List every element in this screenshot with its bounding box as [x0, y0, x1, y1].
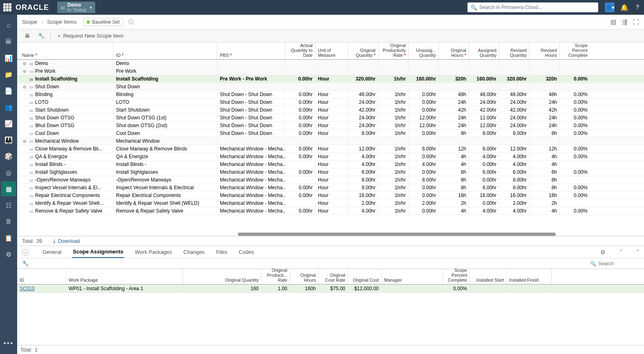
- layout-icon[interactable]: ▤: [610, 18, 616, 26]
- assignment-id-link[interactable]: SC010: [20, 286, 35, 291]
- col-unassigned-qty[interactable]: Unassig... Quantity: [409, 43, 439, 59]
- nav-files[interactable]: 📁: [1, 67, 16, 82]
- expander-icon[interactable]: ⊖: [22, 69, 27, 74]
- gear-icon[interactable]: ⚙: [35, 123, 39, 128]
- table-row[interactable]: ⚏Identify & Repair Vessel Shell...Identi…: [17, 199, 644, 207]
- user-menu[interactable]: 👤▾: [605, 2, 615, 12]
- col-scope-pct[interactable]: Scope Percent Complete: [560, 43, 590, 59]
- share-icon[interactable]: ⇶: [622, 18, 627, 26]
- nav-tasks[interactable]: ☷: [1, 198, 16, 213]
- table-row[interactable]: ⊖▭Shut DownShut Down: [17, 83, 644, 91]
- col-name[interactable]: Name: [17, 43, 114, 59]
- table-row[interactable]: ⚏Shut Down OTSGShut Down OTSG (1st)Shut …: [17, 114, 644, 122]
- dcol-orig-cost-rate[interactable]: Original Cost Rate: [319, 269, 348, 284]
- dcol-orig-cost[interactable]: Original Cost: [348, 269, 382, 284]
- fullscreen-icon[interactable]: ⛶: [633, 18, 639, 26]
- help-icon[interactable]: ？: [634, 3, 641, 12]
- nav-scope[interactable]: ▦: [1, 181, 16, 196]
- detail-search-input[interactable]: [598, 261, 639, 267]
- app-switcher-icon[interactable]: [3, 3, 11, 11]
- table-row[interactable]: ⚏Repair Electrical ComponentsRepair Elec…: [17, 192, 644, 199]
- table-row[interactable]: ⚏Install Blinds -Install Blinds -Mechani…: [17, 161, 644, 168]
- tab-codes[interactable]: Codes: [238, 246, 255, 258]
- detail-settings-icon[interactable]: ⚙: [600, 249, 606, 255]
- nav-dashboard[interactable]: 📊: [1, 51, 16, 65]
- expander-icon[interactable]: ⊖: [22, 85, 27, 89]
- nav-contacts[interactable]: 👥: [1, 100, 16, 114]
- bell-icon[interactable]: 🔔: [620, 4, 628, 11]
- col-revised-hours[interactable]: Revised Hours: [530, 43, 560, 59]
- breadcrumb-scope-items[interactable]: Scope Items: [47, 19, 76, 25]
- dcol-orig-prod-rate[interactable]: Original Producti... Rate: [262, 269, 290, 284]
- nav-documents[interactable]: 📄: [1, 83, 16, 98]
- wrench-icon[interactable]: 🔧: [36, 32, 47, 40]
- col-actual-qty[interactable]: Actual Quantity to Date: [285, 43, 315, 59]
- dcol-manager[interactable]: Manager: [382, 269, 443, 284]
- panel-up-icon[interactable]: ˄: [619, 249, 622, 255]
- dcol-scope-pct[interactable]: Scope Percent Complete: [443, 269, 470, 284]
- col-orig-prod-rate[interactable]: Original Productivity Rate: [378, 43, 409, 59]
- col-assigned-qty[interactable]: Assigned Quantity: [469, 43, 499, 59]
- nav-resources[interactable]: 👪: [1, 132, 16, 147]
- table-row[interactable]: ⊖▭Mechanical WindowMechanical Window: [17, 137, 644, 145]
- col-orig-qty[interactable]: Original Quantity: [348, 43, 378, 59]
- table-row[interactable]: ⚙⚏Shut Down OTSGShut down OTSG (2nd)Shut…: [17, 122, 644, 130]
- table-row[interactable]: ⚏Cool DownCool DownShut Down - Shut Down…: [17, 130, 644, 137]
- col-uom[interactable]: Unit of Measure: [315, 43, 348, 59]
- print-icon[interactable]: 🖶: [22, 32, 32, 40]
- detail-wrench-icon[interactable]: 🔧: [22, 260, 29, 267]
- table-row[interactable]: ⚏Close Manway & Remove Bli...Close Manwa…: [17, 145, 644, 153]
- nav-clipboard[interactable]: 📋: [1, 231, 16, 245]
- col-revised-qty[interactable]: Revised Quantity: [499, 43, 530, 59]
- table-row[interactable]: ⚏QA & EnergizeQA & EnergizeMechanical Wi…: [17, 153, 644, 161]
- search-input[interactable]: [479, 4, 595, 10]
- expander-icon[interactable]: ⊖: [22, 139, 27, 143]
- info-icon[interactable]: ⓘ: [128, 18, 134, 26]
- nav-more[interactable]: •••: [1, 336, 16, 351]
- nav-portfolio[interactable]: 🏛: [1, 34, 16, 49]
- table-row[interactable]: ⚏LOTOLOTOShut Down - Shut Down0.00hrHour…: [17, 99, 644, 106]
- dcol-orig-qty[interactable]: Original Quantity: [183, 269, 262, 284]
- collapse-panel-icon[interactable]: ⌄: [22, 249, 29, 255]
- table-row[interactable]: ⊖▭Pre WorkPre Work: [17, 67, 644, 75]
- assignment-row[interactable]: SC010 WP01 - Install Scaffolding - Area …: [17, 285, 644, 293]
- tab-work-packages[interactable]: Work Packages: [134, 246, 173, 258]
- nav-schedule[interactable]: 🗎: [1, 214, 16, 229]
- nav-home[interactable]: ⌂: [1, 18, 16, 33]
- tab-files[interactable]: Files: [215, 246, 228, 258]
- grid-body[interactable]: ⊖⚏DemoDemo⊖▭Pre WorkPre Work⚏Install Sca…: [17, 60, 644, 236]
- tab-changes[interactable]: Changes: [183, 246, 206, 258]
- col-orig-hours[interactable]: Original Hours: [439, 43, 469, 59]
- dcol-id[interactable]: ID: [17, 269, 66, 284]
- panel-down-icon[interactable]: ˅: [636, 249, 639, 255]
- table-row[interactable]: ⚏Inspect Vessel Internals & El...Inspect…: [17, 184, 644, 192]
- global-search[interactable]: 🔍: [467, 2, 598, 12]
- table-row[interactable]: ⚏Install ScaffoldingInstall ScaffoldingP…: [17, 75, 644, 83]
- nav-settings[interactable]: ⚙: [1, 247, 16, 262]
- table-row[interactable]: ⚏Remove & Repair Safety ValveRemove & Re…: [17, 207, 644, 215]
- col-pbs[interactable]: PBS: [217, 43, 285, 59]
- dcol-installed-start[interactable]: Installed Start: [470, 269, 507, 284]
- add-scope-item-button[interactable]: ＋ Request New Scope Item: [54, 31, 126, 40]
- nav-reports[interactable]: 📈: [1, 116, 16, 131]
- detail-search[interactable]: 🔍: [590, 261, 639, 267]
- expander-icon[interactable]: ⊖: [22, 61, 27, 66]
- dcol-orig-hours[interactable]: Original Hours: [290, 269, 319, 284]
- nav-target[interactable]: ◎: [1, 165, 16, 180]
- breadcrumb-scope[interactable]: Scope: [22, 19, 37, 25]
- baseline-set-button[interactable]: Baseline Set: [83, 18, 123, 26]
- download-button[interactable]: ⭳ Download: [52, 238, 80, 244]
- dcol-installed-finish[interactable]: Installed Finish: [507, 269, 552, 284]
- nav-risk[interactable]: 🎲: [1, 149, 16, 164]
- tab-scope-assignments[interactable]: Scope Assignments: [72, 246, 124, 258]
- horizontal-scrollbar[interactable]: [17, 233, 644, 236]
- table-row[interactable]: ⚏-Open/Remove Manways-Open/Remove Manway…: [17, 176, 644, 184]
- environment-selector[interactable]: ⚏ Demo In: Testing ▾: [57, 2, 95, 13]
- table-row[interactable]: ⊖⚏DemoDemo: [17, 60, 644, 67]
- table-row[interactable]: ⚏BlindingBlindingShut Down - Shut Down0.…: [17, 91, 644, 99]
- col-id[interactable]: ID: [114, 43, 217, 59]
- table-row[interactable]: ⚏Start ShutdownStart ShutdownShut Down -…: [17, 106, 644, 114]
- dcol-work-package[interactable]: Work Package: [66, 269, 183, 284]
- tab-general[interactable]: General: [42, 246, 62, 258]
- table-row[interactable]: ⚏Install SightglassesInstall Sightglasse…: [17, 168, 644, 176]
